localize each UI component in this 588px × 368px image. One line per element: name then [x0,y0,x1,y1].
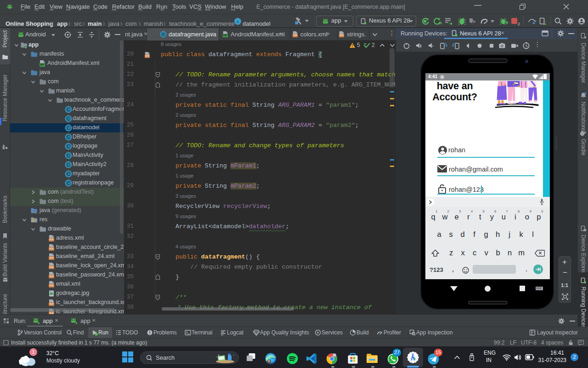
svg-text:A: A [439,21,442,25]
svg-text:c: c [237,19,239,24]
